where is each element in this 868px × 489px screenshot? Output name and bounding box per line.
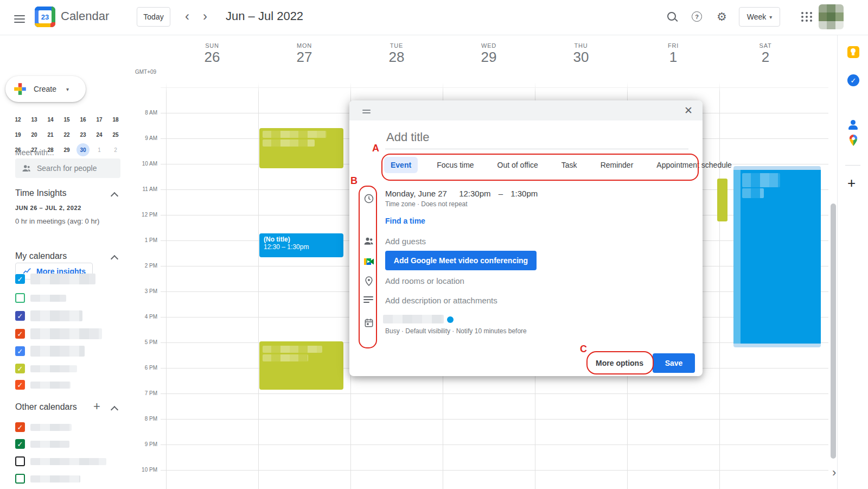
calendar-checkbox[interactable]: ✓ [15, 274, 25, 284]
collapse-time-insights-icon[interactable] [111, 192, 118, 200]
event-monday-morning-redacted[interactable] [259, 128, 343, 168]
calendar-checkbox[interactable] [15, 293, 25, 303]
mini-day[interactable]: 25 [107, 127, 124, 142]
mini-day[interactable]: 15 [59, 112, 75, 127]
google-apps-grid-icon[interactable] [801, 12, 813, 22]
add-rooms-location-field[interactable]: Add rooms or location [385, 276, 464, 285]
event-date[interactable]: Monday, June 27 [385, 189, 447, 198]
create-button[interactable]: Create ▾ [5, 76, 86, 102]
contacts-icon[interactable] [847, 119, 859, 131]
mini-day[interactable]: 23 [75, 127, 91, 142]
mini-day[interactable]: 12 [10, 112, 26, 127]
mini-day[interactable]: 14 [42, 112, 59, 127]
other-calendar-item[interactable]: ✓ [15, 439, 69, 449]
add-other-calendars-icon[interactable]: + [93, 399, 100, 414]
calendar-checkbox[interactable]: ✓ [15, 364, 25, 373]
help-icon[interactable]: ? [692, 11, 702, 22]
tasks-icon[interactable]: ✓ [847, 74, 859, 86]
drag-handle-icon[interactable] [362, 108, 371, 115]
day-header-thu[interactable]: THU30 [548, 42, 614, 66]
calendar-checkbox[interactable]: ✓ [15, 380, 25, 390]
my-calendar-item[interactable]: ✓ [15, 274, 95, 284]
day-header-mon[interactable]: MON27 [272, 42, 337, 66]
mini-day-selected[interactable]: 30 [75, 142, 91, 157]
close-icon[interactable]: ✕ [684, 104, 693, 117]
event-monday-evening-redacted[interactable] [259, 341, 343, 390]
calendar-logo[interactable]: 23 [35, 7, 55, 27]
view-selector-dropdown[interactable]: Week ▾ [739, 7, 780, 27]
hour-label: 11 AM [129, 186, 157, 192]
mini-day[interactable]: 17 [91, 112, 107, 127]
day-header-wed[interactable]: WED29 [456, 42, 521, 66]
calendar-checkbox[interactable]: ✓ [15, 439, 25, 449]
calendar-checkbox[interactable]: ✓ [15, 311, 25, 321]
my-calendar-item[interactable]: ✓ [15, 328, 102, 339]
my-calendar-item[interactable] [15, 293, 66, 303]
main-menu-icon[interactable] [14, 13, 25, 25]
next-week-icon[interactable]: › [203, 11, 207, 22]
calendar-checkbox[interactable] [15, 456, 25, 466]
today-button[interactable]: Today [137, 7, 170, 27]
event-title-input[interactable] [385, 130, 688, 149]
mini-day[interactable]: 22 [59, 127, 75, 142]
save-button[interactable]: Save [653, 353, 695, 373]
mini-day[interactable]: 1 [91, 142, 107, 157]
collapse-other-calendars-icon[interactable] [111, 406, 118, 414]
get-addons-plus-icon[interactable]: + [847, 175, 856, 192]
account-avatar[interactable] [819, 4, 844, 29]
other-calendar-item[interactable] [15, 474, 80, 484]
recurrence-meta[interactable]: Time zone · Does not repeat [385, 200, 468, 208]
day-header-fri[interactable]: FRI1 [641, 42, 706, 66]
calendar-checkbox[interactable] [15, 474, 25, 484]
my-calendar-item[interactable]: ✓ [15, 380, 71, 390]
settings-gear-icon[interactable]: ⚙ [717, 10, 727, 23]
mini-day[interactable]: 13 [26, 112, 42, 127]
mini-day[interactable]: 29 [59, 142, 75, 157]
event-monday-no-title[interactable]: (No title) 12:30 – 1:30pm [259, 233, 343, 257]
event-end-time[interactable]: 1:30pm [510, 189, 538, 198]
annotation-label-c: C [580, 344, 587, 355]
mini-day[interactable]: 18 [107, 112, 124, 127]
annotation-box-c [586, 351, 654, 374]
event-friday-redacted[interactable] [717, 179, 727, 221]
calendar-checkbox[interactable]: ✓ [15, 329, 25, 339]
maps-icon[interactable] [847, 134, 859, 146]
my-calendar-item[interactable]: ✓ [15, 310, 82, 321]
my-calendar-item[interactable]: ✓ [15, 364, 77, 373]
calendar-color-dot[interactable] [447, 316, 454, 323]
add-meet-button[interactable]: Add Google Meet video conferencing [385, 251, 537, 270]
collapse-my-calendars-icon[interactable] [111, 255, 118, 263]
mini-day[interactable]: 16 [75, 112, 91, 127]
calendar-checkbox[interactable]: ✓ [15, 422, 25, 432]
hide-panel-chevron-icon[interactable]: › [832, 466, 836, 480]
calendar-name-redacted[interactable] [383, 315, 444, 323]
mini-day[interactable]: 21 [42, 127, 59, 142]
other-calendar-item[interactable]: ✓ [15, 422, 72, 432]
search-people-input[interactable]: Search for people [15, 158, 120, 178]
other-calendar-item[interactable] [15, 456, 106, 466]
mini-day[interactable]: 20 [26, 127, 42, 142]
vertical-scrollbar[interactable] [831, 204, 836, 459]
mini-day[interactable]: 19 [10, 127, 26, 142]
find-a-time-link[interactable]: Find a time [385, 217, 425, 225]
day-header-sat[interactable]: SAT2 [733, 42, 798, 66]
mini-day[interactable]: 24 [91, 127, 107, 142]
event-start-time[interactable]: 12:30pm [459, 189, 490, 198]
day-header-sun[interactable]: SUN26 [180, 42, 245, 66]
my-calendar-item[interactable]: ✓ [15, 346, 85, 357]
mini-calendar-row: 12 13 14 15 16 17 18 [10, 112, 125, 127]
keep-icon[interactable] [847, 46, 859, 58]
top-bar: 23 Calendar Today ‹ › Jun – Jul 2022 ? ⚙… [0, 0, 868, 35]
time-insights-range: JUN 26 – JUL 2, 2022 [15, 205, 81, 211]
add-description-field[interactable]: Add description or attachments [385, 296, 497, 305]
add-guests-field[interactable]: Add guests [385, 237, 426, 246]
event-saturday-selected-redacted[interactable] [733, 166, 821, 347]
dialog-header[interactable]: ✕ [349, 100, 703, 120]
event-visibility-meta[interactable]: Busy · Default visibility · Notify 10 mi… [385, 327, 527, 335]
day-header-tue[interactable]: TUE28 [364, 42, 429, 66]
prev-week-icon[interactable]: ‹ [185, 11, 189, 22]
calendar-checkbox[interactable]: ✓ [15, 346, 25, 356]
mini-day[interactable]: 2 [107, 142, 124, 157]
event-datetime-row[interactable]: Monday, June 27 12:30pm – 1:30pm [385, 189, 538, 198]
search-icon[interactable] [667, 12, 676, 21]
